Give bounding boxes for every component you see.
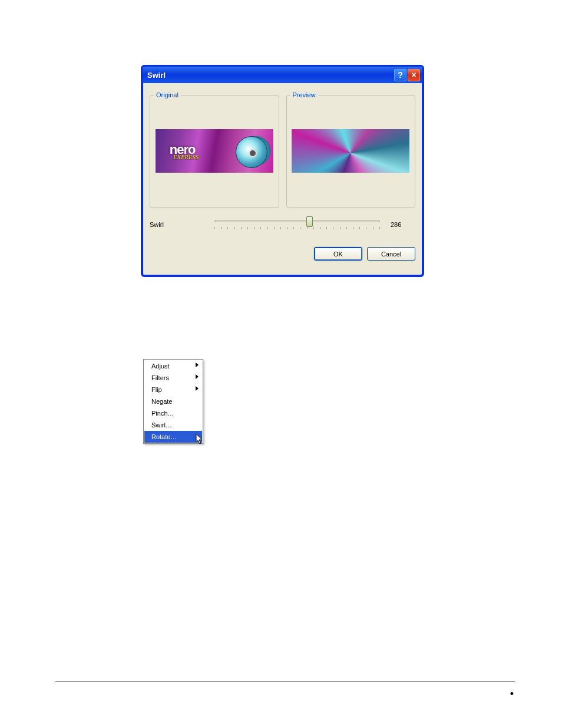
menu-item-adjust[interactable]: Adjust xyxy=(144,360,202,372)
menu-item-negate[interactable]: Negate xyxy=(144,396,202,407)
preview-legend: Preview xyxy=(290,91,318,98)
menu-item-flip[interactable]: Flip xyxy=(144,384,202,396)
titlebar-buttons: ? × xyxy=(394,69,420,81)
slider-label: Swirl xyxy=(150,221,209,228)
disc-icon xyxy=(236,136,267,168)
slider-row: Swirl 286 xyxy=(150,216,415,233)
original-groupbox: Original nero EXPRESS xyxy=(150,91,279,208)
original-thumb-wrap: nero EXPRESS xyxy=(154,101,275,201)
menu-item-pinch[interactable]: Pinch… xyxy=(144,407,202,419)
footer-rule xyxy=(55,681,515,681)
slider-value: 286 xyxy=(386,221,415,228)
effects-context-menu: AdjustFiltersFlipNegatePinch…Swirl…Rotat… xyxy=(143,359,203,444)
preview-image xyxy=(292,129,409,173)
slider-track xyxy=(214,220,380,222)
original-legend: Original xyxy=(154,91,181,98)
ok-button[interactable]: OK xyxy=(314,247,362,261)
nero-express-text: EXPRESS xyxy=(173,154,199,160)
dialog-body: Original nero EXPRESS Preview xyxy=(143,83,422,268)
dialog-title: Swirl xyxy=(147,71,394,80)
chevron-right-icon xyxy=(196,363,199,367)
cancel-button[interactable]: Cancel xyxy=(367,247,415,261)
close-button[interactable]: × xyxy=(408,69,420,81)
help-icon: ? xyxy=(398,70,403,80)
menu-item-rotate[interactable]: Rotate… xyxy=(144,431,202,443)
footer-bullet: • xyxy=(510,689,514,699)
help-button[interactable]: ? xyxy=(394,69,406,81)
original-image: nero EXPRESS xyxy=(156,129,273,173)
chevron-right-icon xyxy=(196,374,199,379)
menu-item-filters[interactable]: Filters xyxy=(144,372,202,384)
preview-thumb-wrap xyxy=(290,101,412,201)
menu-item-label: Adjust xyxy=(151,363,170,370)
close-icon: × xyxy=(411,70,416,80)
swirl-dialog: Swirl ? × Original nero EXPRESS xyxy=(141,65,424,277)
menu-item-label: Negate xyxy=(151,398,172,405)
ok-button-label: OK xyxy=(333,251,343,258)
chevron-right-icon xyxy=(196,386,199,391)
preview-row: Original nero EXPRESS Preview xyxy=(150,91,415,208)
menu-item-label: Flip xyxy=(151,386,162,393)
cancel-button-label: Cancel xyxy=(381,251,401,258)
dialog-button-row: OK Cancel xyxy=(150,247,415,261)
menu-item-label: Pinch… xyxy=(151,410,174,417)
menu-item-label: Rotate… xyxy=(151,433,177,440)
menu-item-label: Swirl… xyxy=(151,421,172,429)
titlebar[interactable]: Swirl ? × xyxy=(143,67,422,83)
swirl-slider[interactable] xyxy=(214,216,380,233)
menu-item-label: Filters xyxy=(151,374,169,381)
menu-item-swirl[interactable]: Swirl… xyxy=(144,419,202,431)
slider-thumb[interactable] xyxy=(306,216,313,227)
preview-groupbox: Preview xyxy=(286,91,416,208)
slider-ticks xyxy=(214,227,380,232)
